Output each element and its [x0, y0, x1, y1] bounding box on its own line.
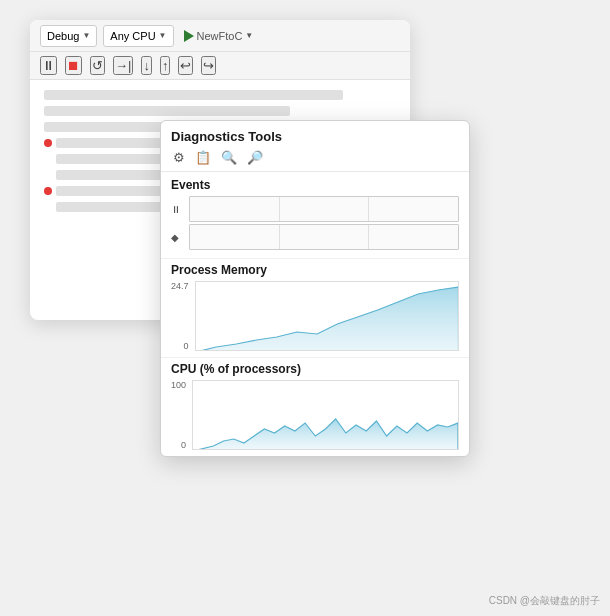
cpu-chart-area: 100 0: [171, 380, 459, 450]
events-diamond-icon: ◆: [171, 232, 185, 243]
timeline-seg-1: [190, 197, 280, 221]
undo-button[interactable]: ↩: [178, 56, 193, 75]
memory-chart-label: Process Memory: [171, 263, 459, 277]
pause-button[interactable]: ⏸: [40, 56, 57, 75]
timeline-seg-5: [280, 225, 370, 249]
code-line: [44, 106, 290, 116]
cpu-label: Any CPU: [110, 30, 155, 42]
memory-chart-area: 24.7 0: [171, 281, 459, 351]
cpu-chart-section: CPU (% of processors) 100 0: [161, 357, 469, 456]
debug-dropdown[interactable]: Debug ▼: [40, 25, 97, 47]
memory-max: 24.7: [171, 281, 189, 291]
watermark: CSDN @会敲键盘的肘子: [489, 594, 600, 608]
breakpoint-dot: [44, 139, 52, 147]
cpu-max: 100: [171, 380, 186, 390]
diagnostics-header: Diagnostics Tools ⚙ 📋 🔍 🔎: [161, 121, 469, 172]
timeline-seg-4: [190, 225, 280, 249]
breakpoint-dot-2: [44, 187, 52, 195]
timeline-seg-2: [280, 197, 370, 221]
events-timeline-2: [189, 224, 459, 250]
step-into-button[interactable]: ↓: [141, 56, 152, 75]
settings-icon-button[interactable]: ⚙: [171, 148, 187, 167]
redo-button[interactable]: ↪: [201, 56, 216, 75]
cpu-min: 0: [171, 440, 186, 450]
cpu-chart-svg: [192, 380, 459, 450]
cpu-dropdown-arrow: ▼: [159, 31, 167, 40]
debug-label: Debug: [47, 30, 79, 42]
memory-chart-section: Process Memory 24.7 0: [161, 258, 469, 357]
debug-dropdown-arrow: ▼: [82, 31, 90, 40]
timeline-seg-3: [369, 197, 458, 221]
timeline-seg-6: [369, 225, 458, 249]
memory-min: 0: [171, 341, 189, 351]
events-timeline: [189, 196, 459, 222]
restart-button[interactable]: ↺: [90, 56, 105, 75]
run-dropdown-arrow: ▼: [245, 31, 253, 40]
stop-button[interactable]: ⏹: [65, 56, 82, 75]
code-line: [44, 90, 343, 100]
run-icon: [184, 30, 194, 42]
cpu-chart-label: CPU (% of processors): [171, 362, 459, 376]
cpu-area: [193, 419, 458, 450]
cpu-yaxis: 100 0: [171, 380, 188, 450]
run-button[interactable]: NewFtoC ▼: [180, 28, 258, 44]
events-section: Events ⏸ ◆: [161, 172, 469, 258]
events-pause-icon: ⏸: [171, 204, 185, 215]
run-label: NewFtoC: [197, 30, 243, 42]
diagnostics-panel: Diagnostics Tools ⚙ 📋 🔍 🔎 Events ⏸ ◆: [160, 120, 470, 457]
events-label: Events: [171, 178, 459, 192]
step-out-button[interactable]: ↑: [160, 56, 171, 75]
diagnostics-title: Diagnostics Tools: [171, 129, 459, 144]
ide-toolbar-row1: Debug ▼ Any CPU ▼ NewFtoC ▼: [30, 20, 410, 52]
cpu-dropdown[interactable]: Any CPU ▼: [103, 25, 173, 47]
export-icon-button[interactable]: 📋: [193, 148, 213, 167]
step-over-button[interactable]: →|: [113, 56, 133, 75]
zoom-out-icon-button[interactable]: 🔎: [245, 148, 265, 167]
events-pause-row: ⏸: [171, 196, 459, 222]
memory-chart-svg: [195, 281, 459, 351]
zoom-in-icon-button[interactable]: 🔍: [219, 148, 239, 167]
events-diamond-row: ◆: [171, 224, 459, 250]
ide-toolbar-row2: ⏸ ⏹ ↺ →| ↓ ↑ ↩ ↪: [30, 52, 410, 80]
diagnostics-toolbar: ⚙ 📋 🔍 🔎: [171, 148, 459, 167]
memory-yaxis: 24.7 0: [171, 281, 191, 351]
memory-area: [196, 287, 458, 351]
